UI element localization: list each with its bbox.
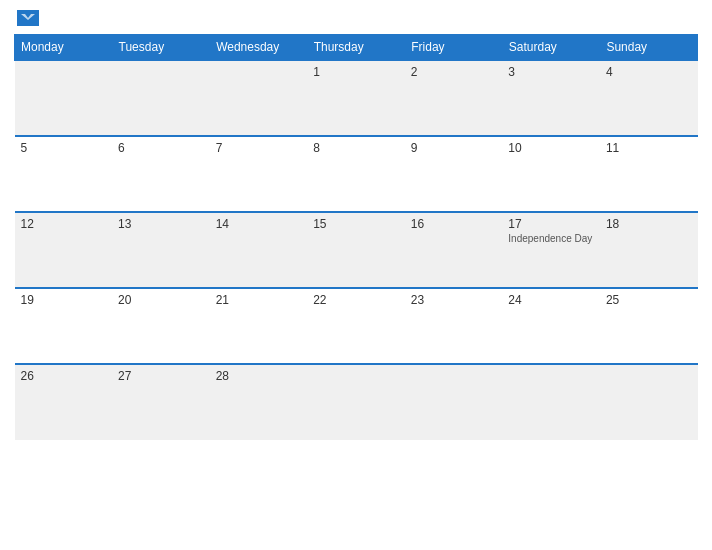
calendar-header: MondayTuesdayWednesdayThursdayFridaySatu… — [15, 35, 698, 61]
day-number: 28 — [216, 369, 302, 383]
day-number: 14 — [216, 217, 302, 231]
calendar-cell: 28 — [210, 364, 308, 440]
page: MondayTuesdayWednesdayThursdayFridaySatu… — [0, 0, 712, 550]
calendar-cell: 12 — [15, 212, 113, 288]
calendar-cell — [210, 60, 308, 136]
calendar-cell: 14 — [210, 212, 308, 288]
calendar-cell: 4 — [600, 60, 698, 136]
weekday-header-row: MondayTuesdayWednesdayThursdayFridaySatu… — [15, 35, 698, 61]
day-number: 13 — [118, 217, 204, 231]
weekday-tuesday: Tuesday — [112, 35, 210, 61]
week-row-1: 1234 — [15, 60, 698, 136]
calendar-cell — [502, 364, 600, 440]
calendar-cell — [600, 364, 698, 440]
calendar-cell: 11 — [600, 136, 698, 212]
day-number: 19 — [21, 293, 107, 307]
week-row-2: 567891011 — [15, 136, 698, 212]
calendar-cell: 27 — [112, 364, 210, 440]
day-number: 22 — [313, 293, 399, 307]
logo-flag-icon — [17, 10, 39, 26]
calendar-cell: 7 — [210, 136, 308, 212]
weekday-sunday: Sunday — [600, 35, 698, 61]
day-number: 18 — [606, 217, 692, 231]
day-number: 17 — [508, 217, 594, 231]
day-number: 16 — [411, 217, 497, 231]
day-number: 2 — [411, 65, 497, 79]
calendar-cell: 21 — [210, 288, 308, 364]
calendar-cell: 15 — [307, 212, 405, 288]
calendar-cell: 24 — [502, 288, 600, 364]
calendar-cell: 16 — [405, 212, 503, 288]
weekday-monday: Monday — [15, 35, 113, 61]
day-number: 7 — [216, 141, 302, 155]
week-row-3: 121314151617Independence Day18 — [15, 212, 698, 288]
day-number: 25 — [606, 293, 692, 307]
calendar-body: 1234567891011121314151617Independence Da… — [15, 60, 698, 440]
calendar-cell: 26 — [15, 364, 113, 440]
calendar-cell: 23 — [405, 288, 503, 364]
day-number: 3 — [508, 65, 594, 79]
calendar-cell: 5 — [15, 136, 113, 212]
calendar-cell: 20 — [112, 288, 210, 364]
day-number: 15 — [313, 217, 399, 231]
weekday-thursday: Thursday — [307, 35, 405, 61]
week-row-4: 19202122232425 — [15, 288, 698, 364]
day-number: 6 — [118, 141, 204, 155]
day-number: 12 — [21, 217, 107, 231]
day-number: 5 — [21, 141, 107, 155]
calendar-cell: 2 — [405, 60, 503, 136]
week-row-5: 262728 — [15, 364, 698, 440]
calendar-cell — [15, 60, 113, 136]
calendar-cell: 1 — [307, 60, 405, 136]
header — [14, 10, 698, 26]
day-number: 8 — [313, 141, 399, 155]
calendar-table: MondayTuesdayWednesdayThursdayFridaySatu… — [14, 34, 698, 440]
calendar-cell: 3 — [502, 60, 600, 136]
day-number: 23 — [411, 293, 497, 307]
day-number: 24 — [508, 293, 594, 307]
day-number: 1 — [313, 65, 399, 79]
day-number: 4 — [606, 65, 692, 79]
calendar-cell: 18 — [600, 212, 698, 288]
calendar-cell — [307, 364, 405, 440]
calendar-cell: 10 — [502, 136, 600, 212]
calendar-cell — [405, 364, 503, 440]
calendar-cell: 22 — [307, 288, 405, 364]
calendar-cell: 17Independence Day — [502, 212, 600, 288]
calendar-cell: 8 — [307, 136, 405, 212]
calendar-cell — [112, 60, 210, 136]
day-number: 10 — [508, 141, 594, 155]
day-event: Independence Day — [508, 233, 594, 244]
calendar-cell: 6 — [112, 136, 210, 212]
calendar-cell: 13 — [112, 212, 210, 288]
weekday-friday: Friday — [405, 35, 503, 61]
day-number: 26 — [21, 369, 107, 383]
day-number: 11 — [606, 141, 692, 155]
day-number: 27 — [118, 369, 204, 383]
calendar-cell: 19 — [15, 288, 113, 364]
weekday-saturday: Saturday — [502, 35, 600, 61]
calendar-cell: 25 — [600, 288, 698, 364]
day-number: 21 — [216, 293, 302, 307]
logo — [14, 10, 41, 26]
weekday-wednesday: Wednesday — [210, 35, 308, 61]
day-number: 9 — [411, 141, 497, 155]
calendar-cell: 9 — [405, 136, 503, 212]
day-number: 20 — [118, 293, 204, 307]
